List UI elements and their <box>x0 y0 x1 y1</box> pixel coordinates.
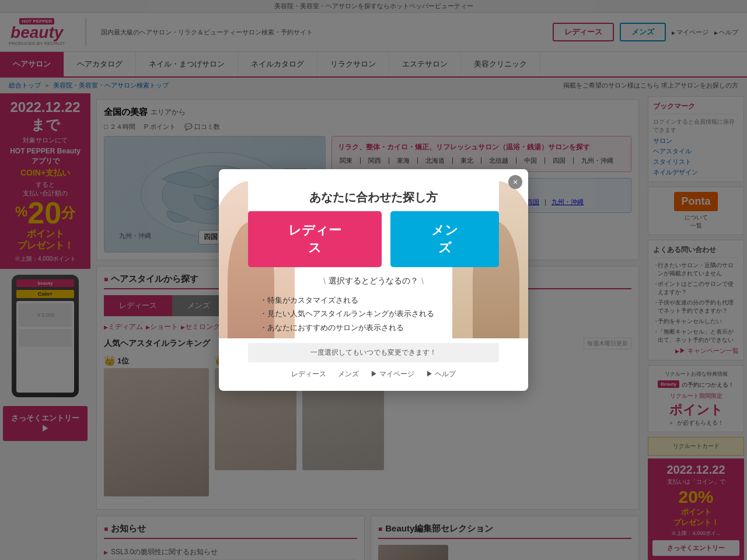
modal-overlay[interactable]: × あなたに合わせた探し方 レディース メンズ 選択するとどうなるの？ 特集がカ… <box>0 0 747 560</box>
modal-select-label: 選択するとどうなるの？ <box>248 276 499 286</box>
modal-footer-mens[interactable]: メンズ <box>338 369 359 379</box>
modal-ladies-button[interactable]: レディース <box>248 211 382 267</box>
modal-note: 一度選択してもいつでも変更できます！ <box>248 343 499 362</box>
modal: × あなたに合わせた探し方 レディース メンズ 選択するとどうなるの？ 特集がカ… <box>219 169 528 391</box>
modal-title: あなたに合わせた探し方 <box>248 190 499 205</box>
modal-close-button[interactable]: × <box>508 175 522 189</box>
modal-footer-help[interactable]: ▶ ヘルプ <box>426 369 456 379</box>
modal-footer-links: レディース メンズ ▶ マイページ ▶ ヘルプ <box>248 369 499 379</box>
modal-feature-3: あなたにおすすめのサロンが表示される <box>260 321 499 334</box>
modal-features-list: 特集がカスタマイズされる 見たい人気ヘアスタイルランキングが表示される あなたに… <box>248 293 499 334</box>
modal-footer-ladies[interactable]: レディース <box>291 369 326 379</box>
modal-feature-1: 特集がカスタマイズされる <box>260 293 499 307</box>
modal-mens-button[interactable]: メンズ <box>390 211 499 267</box>
modal-footer-mypage[interactable]: ▶ マイページ <box>371 369 414 379</box>
modal-feature-2: 見たい人気ヘアスタイルランキングが表示される <box>260 307 499 320</box>
